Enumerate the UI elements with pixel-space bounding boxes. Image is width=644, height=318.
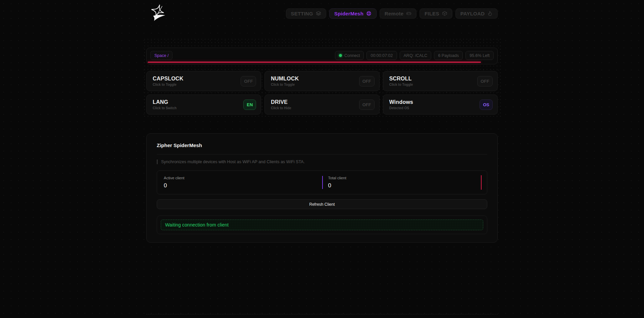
panel-title: Zipher SpiderMesh — [157, 142, 487, 148]
stat-label: Active client — [164, 176, 322, 180]
layers-icon — [316, 11, 321, 16]
connect-chip[interactable]: Connect — [335, 51, 364, 60]
stat-label: Total client — [328, 176, 481, 180]
nav-tab-label: SETTING — [291, 11, 313, 16]
storage-progress-fill — [148, 62, 481, 63]
toggle-badge[interactable]: OFF — [477, 76, 493, 86]
status-chip-group: Connect 00:00:07:02 ARQ: /CALC 6 Payload… — [335, 51, 494, 60]
toggle-card-scroll[interactable]: SCROLL Click to Toggle OFF — [383, 71, 498, 91]
client-stats: Active client 0 Total client 0 — [157, 171, 487, 194]
zipher-star-logo — [147, 4, 166, 23]
cube-icon — [442, 11, 447, 16]
top-navigation: SETTING SpiderMesh Remote — [146, 0, 498, 27]
nav-tabs: SETTING SpiderMesh Remote — [286, 8, 498, 19]
panel-description: Synchronizes multiple devices with Host … — [157, 160, 487, 164]
connection-status-dot — [339, 54, 342, 57]
stat-active-client: Active client 0 — [164, 176, 322, 189]
connect-label: Connect — [344, 53, 360, 58]
toggle-subtitle: Click to Hide — [271, 106, 291, 110]
nav-tab-spidermesh[interactable]: SpiderMesh — [329, 8, 377, 19]
nav-tab-label: FILES — [425, 11, 439, 16]
storage-progress-track — [148, 62, 496, 63]
path-selector-chip[interactable]: Space / — [150, 51, 172, 60]
toggle-badge[interactable]: OFF — [241, 76, 256, 86]
toggle-badge[interactable]: OFF — [359, 76, 375, 86]
arq-status-chip: ARQ: /CALC — [400, 51, 432, 60]
payload-count-chip: 6 Payloads — [434, 51, 463, 60]
nav-tab-label: Remote — [385, 11, 403, 16]
status-and-toggles-section: Space / Connect 00:00:07:02 ARQ: /CALC 6… — [143, 38, 501, 119]
toggle-grid: CAPSLOCK Click to Toggle OFF NUMLOCK Cli… — [146, 71, 498, 115]
stat-value: 0 — [164, 182, 322, 189]
toggle-title: DRIVE — [271, 99, 291, 105]
connection-status-box: Waiting connection from client — [157, 215, 487, 234]
nav-tab-label: SpiderMesh — [334, 11, 363, 16]
globe-icon — [366, 11, 371, 16]
toggle-badge[interactable]: EN — [243, 100, 256, 110]
spidermesh-panel: Zipher SpiderMesh Synchronizes multiple … — [146, 133, 498, 243]
toggle-card-numlock[interactable]: NUMLOCK Click to Toggle OFF — [264, 71, 379, 91]
uptime-timer-chip: 00:00:07:02 — [366, 51, 397, 60]
toggle-subtitle: Detected OS — [389, 106, 413, 110]
toggle-subtitle: Click to Switch — [153, 106, 177, 110]
path-label: Space / — [154, 53, 168, 58]
stat-value: 0 — [328, 182, 481, 189]
toggle-subtitle: Click to Toggle — [389, 83, 413, 86]
toggle-title: CAPSLOCK — [153, 76, 183, 82]
toggle-title: Windows — [389, 99, 413, 105]
connection-status-message: Waiting connection from client — [161, 219, 483, 230]
toggle-badge[interactable]: OFF — [359, 100, 375, 110]
toggle-badge[interactable]: OS — [480, 100, 493, 110]
toggle-title: SCROLL — [389, 76, 413, 82]
toggle-subtitle: Click to Toggle — [153, 83, 183, 86]
nav-tab-setting[interactable]: SETTING — [286, 8, 326, 19]
nav-tab-label: PAYLOAD — [460, 11, 485, 16]
toggle-title: NUMLOCK — [271, 76, 299, 82]
footer: X 2025 Ziphers. All rights reserved. — [146, 314, 498, 318]
nav-tab-files[interactable]: FILES — [419, 8, 452, 19]
storage-left-chip: 95.6% Left — [465, 51, 494, 60]
panel-divider — [157, 154, 487, 154]
toggle-card-drive[interactable]: DRIVE Click to Hide OFF — [264, 94, 379, 115]
toggle-card-capslock[interactable]: CAPSLOCK Click to Toggle OFF — [146, 71, 261, 91]
toggle-title: LANG — [153, 99, 177, 105]
toggle-card-windows-os[interactable]: Windows Detected OS OS — [383, 94, 498, 115]
spacer — [146, 243, 498, 314]
stat-total-client: Total client 0 — [322, 176, 481, 189]
toggle-card-lang[interactable]: LANG Click to Switch EN — [146, 94, 261, 115]
nav-tab-payload[interactable]: PAYLOAD — [455, 8, 498, 19]
gamepad-icon — [406, 11, 411, 16]
refresh-client-button[interactable]: Refresh Client — [157, 199, 487, 209]
nav-tab-remote[interactable]: Remote — [380, 8, 416, 19]
status-bar: Space / Connect 00:00:07:02 ARQ: /CALC 6… — [146, 48, 498, 64]
flame-icon — [487, 11, 493, 16]
toggle-subtitle: Click to Toggle — [271, 83, 299, 86]
